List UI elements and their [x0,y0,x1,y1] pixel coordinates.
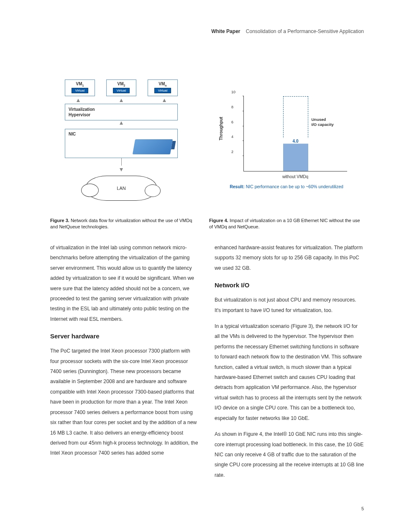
virtual-label: Virtual [154,88,171,93]
body-columns: of virtualization in the Intel lab using… [50,243,364,486]
arrow-up-icon [120,121,123,125]
arrow-line [121,158,122,166]
virtual-label: Virtual [72,88,89,93]
body-paragraph: enhanced hardware-assist features for vi… [215,243,364,273]
figure3-column: VM1 Virtual VM2 Virtual VMn Virtual Virt… [50,79,192,201]
vm-box-2: VM2 Virtual [106,79,136,96]
vm-sub: 2 [124,84,125,87]
figure4-column: Throughput 2 4 6 8 10 4.0 Unused [209,79,364,201]
body-paragraph: The PoC targeted the Intel Xeon processo… [50,346,200,458]
y-tick: 6 [231,120,233,124]
vm-label: VM [159,82,165,86]
unused-capacity-label: Unused I/O capacity [312,117,334,127]
figure3-diagram: VM1 Virtual VM2 Virtual VMn Virtual Virt… [65,79,178,201]
unused-line2: I/O capacity [312,122,334,127]
y-tick: 2 [231,150,233,154]
chart-plot-area: 2 4 6 8 10 4.0 Unused I/O capacity [243,96,347,171]
nic-card-icon [133,139,173,154]
figure3-caption: Figure 3. Network data flow for virtuali… [50,217,197,230]
vm-sub: n [165,84,166,87]
figures-row: VM1 Virtual VM2 Virtual VMn Virtual Virt… [50,79,364,201]
page-header: White Paper Consolidation of a Performan… [211,28,364,34]
arrow-row [65,99,178,102]
y-tick: 4 [231,135,233,139]
vm-row: VM1 Virtual VM2 Virtual VMn Virtual [65,79,178,96]
unused-line1: Unused [312,117,326,122]
caption-text: Network data flow for virtualization wit… [50,218,192,229]
chart-ylabel: Throughput [219,117,223,140]
arrow-up-icon [163,99,166,102]
body-paragraph: As shown in Figure 4, the Intel® 10 GbE … [215,429,364,480]
section-heading-network-io: Network I/O [215,279,364,292]
arrow-down-icon [120,168,123,171]
vm-label: VM [76,82,82,86]
chart-result-text: Result: NIC performance can be up to ~60… [226,184,347,190]
tick-mark [243,141,244,141]
result-text: NIC performance can be up to ~60% underu… [245,184,343,189]
vm-box-1: VM1 Virtual [65,79,95,96]
page-number: 5 [361,506,364,511]
result-bold: Result: [230,184,245,189]
tick-mark [243,126,244,126]
caption-bold: Figure 4. [209,218,228,223]
right-column: enhanced hardware-assist features for vi… [215,243,364,486]
bar-value-label: 4.0 [283,138,308,144]
bar-used [283,141,308,171]
figure4-chart: Throughput 2 4 6 8 10 4.0 Unused [226,96,347,188]
figure4-caption: Figure 4. Impact of virtualization on a … [209,217,364,230]
vm-label: VM [118,82,124,86]
left-column: of virtualization in the Intel lab using… [50,243,200,486]
tick-mark [243,96,244,96]
arrow-up-icon [77,99,80,102]
vm-box-n: VMn Virtual [148,79,178,96]
y-tick: 8 [231,105,233,109]
hypervisor-line2: Hypervisor [69,113,90,117]
tick-mark [243,156,244,156]
body-paragraph: But virtualization is not just about CPU… [215,295,364,315]
chart-xlabel: without VMDq [243,174,347,179]
lan-cloud: LAN [86,176,157,201]
hypervisor-line1: Virtualization [69,107,95,112]
vm-sub: 1 [82,84,84,87]
header-category: White Paper [211,28,240,34]
tick-mark [243,111,244,111]
hypervisor-box: Virtualization Hypervisor [65,104,178,120]
arrow-up-icon [120,99,123,102]
virtual-label: Virtual [113,88,130,93]
nic-label: NIC [69,132,76,136]
lan-label: LAN [115,186,127,191]
caption-row: Figure 3. Network data flow for virtuali… [50,210,364,230]
body-paragraph: of virtualization in the Intel lab using… [50,243,200,324]
nic-box: NIC [65,129,178,158]
header-title: Consolidation of a Performance-Sensitive… [246,28,364,34]
y-tick: 10 [231,90,235,94]
body-paragraph: In a typical virtualization scenario (Fi… [215,321,364,423]
section-heading-server-hardware: Server hardware [50,330,200,343]
bar-container: 4.0 [283,96,308,171]
caption-text: Impact of virtualization on a 10 GB Ethe… [209,218,360,229]
caption-bold: Figure 3. [50,218,69,223]
